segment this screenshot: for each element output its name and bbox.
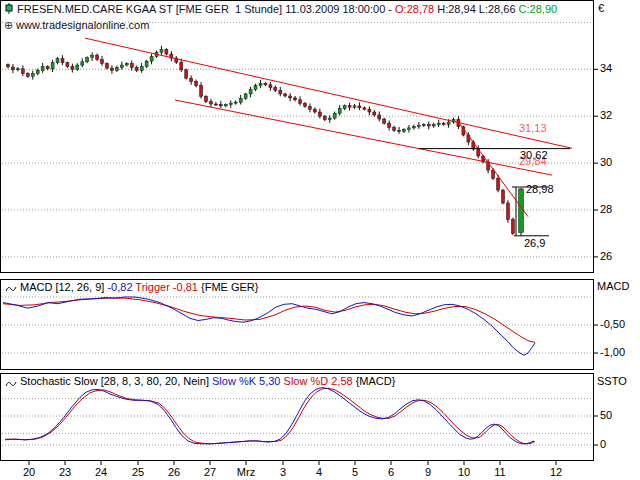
macd-axis-tick: -1,00 <box>600 346 625 358</box>
open-value: O:28,78 <box>395 3 434 15</box>
price-level-label: 26,9 <box>524 237 545 249</box>
ssto-axis-tick: 50 <box>600 409 612 421</box>
chart-title: FRESEN.MED.CARE KGAA ST [FME GER 1 Stund… <box>17 3 395 15</box>
currency-axis-label: € <box>598 2 604 14</box>
x-axis-tick: 5 <box>338 466 372 478</box>
ssto-caption: Stochastic Slow [28, 8, 3, 80, 20, Nein]… <box>20 375 395 387</box>
x-axis-tick: 6 <box>374 466 408 478</box>
ssto-k-value: Slow %K 5,30 <box>212 375 280 387</box>
wave-icon <box>5 377 17 389</box>
watermark-link[interactable]: www.tradesignalonline.com <box>16 19 149 31</box>
macd-axis-tick: -0,50 <box>600 318 625 330</box>
x-axis-tick: 4 <box>302 466 336 478</box>
x-axis-tick: Mrz <box>229 466 263 478</box>
price-level-label: 30,62 <box>520 149 548 161</box>
x-axis-tick: 11 <box>483 466 517 478</box>
wave-icon <box>5 282 17 294</box>
x-axis-tick: 20 <box>12 466 46 478</box>
x-axis-tick: 3 <box>266 466 300 478</box>
price-panel <box>0 0 594 273</box>
macd-trigger-value: Trigger -0,81 <box>133 281 201 293</box>
x-axis-tick: 24 <box>84 466 118 478</box>
chart-title-row: FRESEN.MED.CARE KGAA ST [FME GER 1 Stund… <box>17 3 557 15</box>
instrument-icon <box>5 3 13 15</box>
price-axis-tick: 32 <box>600 109 612 121</box>
price-axis-tick: 28 <box>600 203 612 215</box>
trading-chart-window: FRESEN.MED.CARE KGAA ST [FME GER 1 Stund… <box>0 0 640 480</box>
x-axis-tick: 10 <box>447 466 481 478</box>
macd-symbol: {FME GER} <box>201 281 258 293</box>
macd-caption: MACD [12, 26, 9] -0,82 Trigger -0,81 {FM… <box>20 281 258 293</box>
ssto-axis-tick: 0 <box>600 438 606 450</box>
x-axis-tick: 12 <box>539 466 573 478</box>
x-axis-tick: 26 <box>157 466 191 478</box>
x-axis-tick: 27 <box>193 466 227 478</box>
ssto-name: Stochastic Slow [28, 8, 3, 80, 20, Nein] <box>20 375 212 387</box>
price-level-label: 28,98 <box>526 183 554 195</box>
macd-axis-label: MACD <box>597 280 629 292</box>
ssto-symbol: {MACD} <box>356 375 396 387</box>
ssto-d-value: Slow %D 2,58 <box>280 375 355 387</box>
x-axis-tick: 9 <box>411 466 445 478</box>
price-axis-tick: 34 <box>600 62 612 74</box>
x-axis-tick: 25 <box>121 466 155 478</box>
x-axis-tick: 23 <box>48 466 82 478</box>
price-axis-tick: 26 <box>600 250 612 262</box>
globe-icon: ⊕ <box>4 19 13 32</box>
macd-name: MACD [12, 26, 9] <box>20 281 107 293</box>
macd-value: -0,82 <box>107 281 132 293</box>
price-axis-tick: 30 <box>600 156 612 168</box>
ssto-axis-label: SSTO <box>597 375 627 387</box>
close-value: C:28,90 <box>519 3 558 15</box>
high-low-values: H:28,94 L:28,66 <box>434 3 518 15</box>
trendline-value-label: 31,13 <box>519 122 547 134</box>
